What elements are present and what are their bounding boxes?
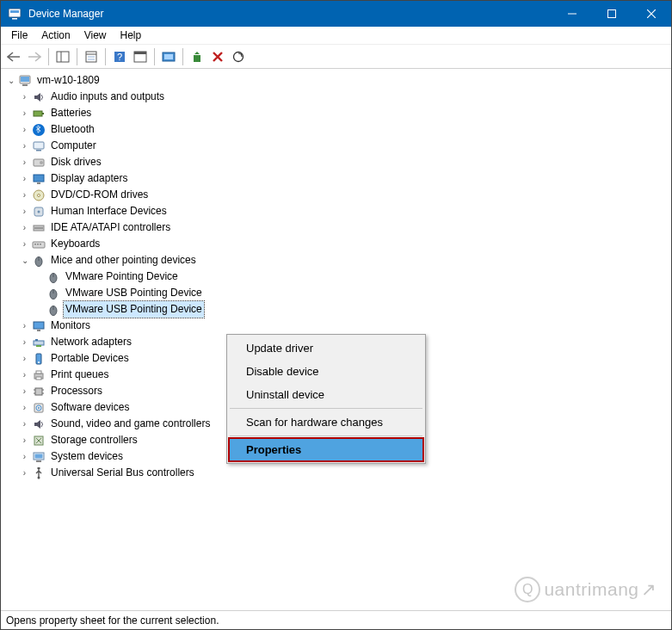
status-bar: Opens property sheet for the current sel… xyxy=(1,610,671,629)
tree-category[interactable]: ›Bluetooth xyxy=(3,121,669,138)
show-hide-tree-button[interactable] xyxy=(53,47,72,66)
expand-icon[interactable]: › xyxy=(18,221,31,234)
context-menu-item[interactable]: Update driver xyxy=(229,337,423,360)
expand-icon[interactable]: › xyxy=(18,123,31,136)
expand-icon[interactable]: › xyxy=(18,238,31,250)
menu-file[interactable]: File xyxy=(4,28,34,43)
expand-icon[interactable]: › xyxy=(18,107,31,120)
tree-category[interactable]: ›Disk drives xyxy=(3,154,669,170)
expand-icon[interactable]: › xyxy=(18,385,31,398)
svg-point-30 xyxy=(40,161,43,164)
tree-category[interactable]: ›DVD/CD-ROM drives xyxy=(3,187,669,203)
tree-device[interactable]: VMware Pointing Device xyxy=(3,269,669,285)
context-menu-item[interactable]: Uninstall device xyxy=(229,383,423,406)
menu-help[interactable]: Help xyxy=(114,28,149,43)
expand-icon[interactable]: › xyxy=(18,401,31,414)
expand-icon[interactable]: › xyxy=(18,205,31,218)
window-title: Device Manager xyxy=(28,8,552,20)
tree-category[interactable]: ›IDE ATA/ATAPI controllers xyxy=(3,219,669,236)
category-label: System devices xyxy=(49,448,125,465)
expand-icon[interactable]: › xyxy=(18,172,31,185)
context-menu-item[interactable]: Disable device xyxy=(229,360,423,383)
computer-icon xyxy=(31,139,46,153)
expand-icon[interactable]: › xyxy=(18,336,31,349)
category-label: Batteries xyxy=(49,105,93,121)
audio-icon xyxy=(31,417,46,431)
mouse-icon xyxy=(46,270,61,284)
minimize-button[interactable] xyxy=(552,1,592,27)
tree-category[interactable]: ›Universal Serial Bus controllers xyxy=(3,465,669,481)
expand-icon[interactable]: › xyxy=(18,368,31,381)
maximize-button[interactable] xyxy=(592,1,632,27)
expand-icon[interactable]: › xyxy=(18,139,31,152)
back-button[interactable] xyxy=(4,47,23,66)
forward-button[interactable] xyxy=(25,47,44,66)
show-hidden-button[interactable] xyxy=(159,47,178,66)
svg-rect-7 xyxy=(57,52,69,62)
svg-rect-1 xyxy=(10,10,19,13)
expand-icon[interactable]: › xyxy=(18,156,31,169)
expand-icon[interactable]: › xyxy=(18,417,31,430)
close-button[interactable] xyxy=(632,1,671,27)
expand-icon[interactable]: › xyxy=(18,188,31,201)
expand-icon[interactable]: › xyxy=(18,90,31,103)
tree-category[interactable]: ›Audio inputs and outputs xyxy=(3,89,669,105)
svg-rect-24 xyxy=(34,111,42,116)
expand-icon[interactable]: › xyxy=(18,450,31,463)
category-label: Universal Serial Bus controllers xyxy=(49,465,196,481)
properties-button[interactable] xyxy=(82,47,101,66)
menu-bar: File Action View Help xyxy=(1,27,671,45)
category-label: Monitors xyxy=(49,318,92,334)
svg-point-73 xyxy=(38,476,40,479)
category-label: DVD/CD-ROM drives xyxy=(49,187,150,203)
tree-category[interactable]: ›Computer xyxy=(3,138,669,154)
uninstall-button[interactable] xyxy=(208,47,227,66)
collapse-icon[interactable]: ⌄ xyxy=(18,254,31,267)
svg-rect-2 xyxy=(12,18,17,20)
tree-category[interactable]: ›Display adapters xyxy=(3,170,669,187)
collapse-icon[interactable]: ⌄ xyxy=(4,74,17,87)
context-menu-item[interactable]: Properties xyxy=(229,438,423,461)
svg-rect-54 xyxy=(35,339,38,341)
svg-rect-32 xyxy=(37,182,40,184)
svg-rect-25 xyxy=(42,113,44,114)
tree-device[interactable]: VMware USB Pointing Device xyxy=(3,301,669,318)
menu-action[interactable]: Action xyxy=(34,28,77,43)
hid-icon xyxy=(31,205,46,219)
svg-rect-22 xyxy=(21,77,29,82)
svg-rect-41 xyxy=(37,244,39,245)
category-label: Portable Devices xyxy=(49,350,131,367)
tree-category[interactable]: ›Batteries xyxy=(3,105,669,121)
expand-icon[interactable]: › xyxy=(18,319,31,332)
portable-icon xyxy=(31,352,46,366)
help-button[interactable]: ? xyxy=(110,47,129,66)
tree-category[interactable]: ›Human Interface Devices xyxy=(3,203,669,219)
context-menu: Update driverDisable deviceUninstall dev… xyxy=(226,334,426,464)
expand-icon[interactable]: › xyxy=(18,434,31,447)
expand-icon[interactable]: › xyxy=(18,466,31,479)
context-menu-item[interactable]: Scan for hardware changes xyxy=(229,411,423,434)
watermark-q-icon: Q xyxy=(515,577,540,602)
svg-rect-53 xyxy=(34,341,44,345)
printer-icon xyxy=(31,368,46,382)
device-label: VMware Pointing Device xyxy=(64,269,180,285)
toolbar: ? xyxy=(1,45,671,69)
bluetooth-icon xyxy=(31,123,46,137)
tree-category[interactable]: ›Monitors xyxy=(3,318,669,334)
category-label: Mice and other pointing devices xyxy=(49,252,198,269)
expand-icon[interactable]: › xyxy=(18,352,31,365)
tree-device[interactable]: VMware USB Pointing Device xyxy=(3,285,669,301)
device-label: VMware USB Pointing Device xyxy=(64,301,204,318)
tree-category[interactable]: ⌄Mice and other pointing devices xyxy=(3,252,669,269)
category-label: Human Interface Devices xyxy=(49,203,169,219)
cpu-icon xyxy=(31,385,46,398)
action-window-button[interactable] xyxy=(131,47,150,66)
scan-hardware-button[interactable] xyxy=(229,47,248,66)
toolbar-separator xyxy=(48,48,49,65)
menu-view[interactable]: View xyxy=(77,28,114,43)
tree-category[interactable]: ›Keyboards xyxy=(3,236,669,252)
tree-root[interactable]: ⌄vm-w10-1809 xyxy=(3,72,669,89)
update-driver-button[interactable] xyxy=(188,47,207,66)
svg-rect-27 xyxy=(34,142,44,149)
category-label: Computer xyxy=(49,138,98,154)
